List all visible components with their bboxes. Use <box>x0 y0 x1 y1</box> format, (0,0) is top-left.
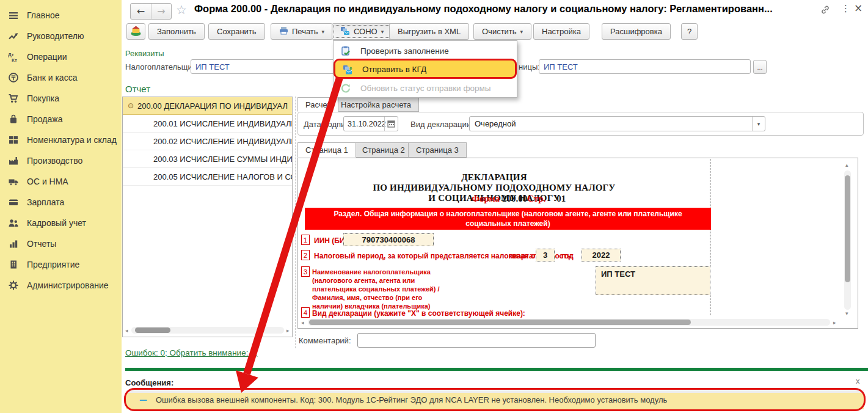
combo-arrow-icon[interactable]: ▾ <box>752 117 765 131</box>
sono-icon <box>340 26 350 37</box>
scroll-up-icon[interactable]: ▴ <box>845 162 848 169</box>
sidebar-item-nomenclature[interactable]: Номенклатура и склад <box>0 130 122 150</box>
requisites-header: Реквизиты <box>125 49 164 58</box>
unit-label: ницы: <box>519 62 540 71</box>
sidebar-item-manager[interactable]: Руководителю <box>0 26 122 46</box>
sidebar-item-sale[interactable]: Продажа <box>0 109 122 130</box>
decl-type-label: Вид декларации: <box>410 120 473 129</box>
doc-quarter-field[interactable]: 3 <box>536 249 555 261</box>
caret-down-icon: ▾ <box>381 29 384 35</box>
sidebar-item-enterprise[interactable]: Предприятие <box>0 254 122 275</box>
tab-calc[interactable]: Расчет <box>297 97 338 112</box>
sidebar-item-main[interactable]: Главное <box>0 5 122 26</box>
favorite-star-icon[interactable]: ☆ <box>176 2 187 17</box>
doc-vscroll-thumb[interactable] <box>845 175 850 282</box>
scroll-left-icon[interactable]: ◂ <box>301 320 304 326</box>
settings-button[interactable]: Настройка <box>533 23 589 40</box>
sidebar-item-purchase[interactable]: Покупка <box>0 88 122 109</box>
doc-r4-label: Вид декларации (укажите "Х" в соответств… <box>312 309 525 318</box>
menu-item-send-kgd[interactable]: Отправить в КГД <box>335 60 516 78</box>
sidebar-item-salary[interactable]: Зарплата <box>0 192 122 213</box>
tree-row-200-03[interactable]: 200.03 ИСЧИСЛЕНИЕ СУММЫ ИНДИ <box>123 150 292 168</box>
close-icon[interactable]: × <box>854 2 863 14</box>
scroll-down-icon[interactable]: ▾ <box>845 310 848 317</box>
tab-page-3[interactable]: Страница 3 <box>408 142 467 158</box>
svg-text:Дт: Дт <box>8 52 14 57</box>
menu-item-check-fill[interactable]: Проверить заполнение <box>334 42 518 60</box>
back-button[interactable]: ← <box>131 4 151 19</box>
tree-row-200-05[interactable]: 200.05 ИСЧИСЛЕНИЕ НАЛОГОВ И СО <box>123 168 292 186</box>
doc-quarter-label: квартал <box>509 252 538 260</box>
people-icon <box>8 217 24 228</box>
print-button[interactable]: Печать▾ <box>271 23 333 40</box>
report-icon-button[interactable] <box>126 23 145 40</box>
tree-row-200-00[interactable]: ⊖ 200.00 ДЕКЛАРАЦИЯ ПО ИНДИВИДУАЛ <box>123 97 292 115</box>
back-arrow-icon: ← <box>137 5 145 17</box>
calendar-icon[interactable] <box>384 117 398 131</box>
sidebar-item-administration[interactable]: Администрирование <box>0 275 122 296</box>
doc-year-field[interactable]: 2022 <box>582 249 621 261</box>
clear-button[interactable]: Очистить▾ <box>473 23 531 40</box>
sign-date-field[interactable]: 31.10.2022 <box>343 116 398 131</box>
doc-hscrollbar[interactable] <box>308 319 830 326</box>
tree-row-200-01[interactable]: 200.01 ИСЧИСЛЕНИЕ ИНДИВИДУАЛЬ <box>123 115 292 133</box>
doc-hscroll-thumb[interactable] <box>309 320 691 325</box>
building-icon <box>8 259 24 270</box>
errors-attention-link[interactable]: Ошибок: 0; Обратить внимание: 3; <box>125 348 257 357</box>
refresh-status-icon <box>341 84 354 93</box>
doc-r2-number: 2 <box>301 250 310 260</box>
bar-chart-icon <box>8 238 24 249</box>
caret-down-icon: ▾ <box>520 29 523 35</box>
help-button[interactable]: ? <box>681 23 698 40</box>
sidebar: Главное Руководителю ДтКт Операции Банк … <box>0 0 122 413</box>
doc-name-field[interactable]: ИП ТЕСТ <box>596 266 710 295</box>
link-icon[interactable] <box>820 5 830 17</box>
scroll-right-icon[interactable]: ▸ <box>833 320 836 326</box>
doc-r3-number: 3 <box>301 266 310 277</box>
tree-hscroll-thumb[interactable] <box>135 327 170 333</box>
comment-input[interactable] <box>357 333 596 348</box>
sidebar-item-hr[interactable]: Кадровый учет <box>0 213 122 233</box>
regulated-report-icon <box>130 25 142 38</box>
tab-page-1[interactable]: Страница 1 <box>297 142 356 158</box>
sidebar-item-operations[interactable]: ДтКт Операции <box>0 46 122 67</box>
menu-item-refresh-status[interactable]: Обновить статус отправки формы <box>334 79 518 97</box>
messages-close-icon[interactable]: x <box>856 376 860 386</box>
sidebar-item-fixed-assets[interactable]: ОС и НМА <box>0 171 122 192</box>
sidebar-item-production[interactable]: Производство <box>0 150 122 171</box>
trend-chart-icon <box>8 31 24 42</box>
forward-button[interactable]: → <box>151 4 171 19</box>
printer-icon <box>279 26 288 37</box>
decrypt-button[interactable]: Расшифровка <box>602 23 671 40</box>
sono-button[interactable]: СОНО▾ <box>332 23 392 40</box>
tab-page-2[interactable]: Страница 2 <box>354 142 413 158</box>
unit-picker-button[interactable]: ... <box>753 60 767 74</box>
save-button[interactable]: Сохранить <box>208 23 265 40</box>
comment-label: Комментарий: <box>299 336 351 345</box>
cart-icon <box>8 93 24 104</box>
tab-calc-settings[interactable]: Настройка расчета <box>333 97 419 112</box>
more-menu-icon[interactable]: ⋮ <box>841 3 850 14</box>
doc-vscrollbar[interactable] <box>844 170 851 310</box>
sidebar-item-reports[interactable]: Отчеты <box>0 233 122 254</box>
export-xml-button[interactable]: Выгрузить в XML <box>389 23 469 40</box>
factory-icon <box>8 155 24 166</box>
doc-r4-number: 4 <box>301 307 310 318</box>
sidebar-item-bank-cash[interactable]: Банк и касса <box>0 67 122 88</box>
truck-icon <box>8 176 24 187</box>
decl-type-combo[interactable]: Очередной ▾ <box>469 116 765 131</box>
report-header: Отчет <box>125 84 150 94</box>
tree-hscrollbar[interactable] <box>131 327 284 334</box>
tree-row-200-02[interactable]: 200.02 ИСЧИСЛЕНИЕ ИНДИВИДУАЛЬ <box>123 133 292 150</box>
collapse-icon[interactable]: ⊖ <box>128 101 134 110</box>
panel-splitter[interactable] <box>295 97 296 348</box>
error-message-row[interactable]: — Ошибка вызова внешней компоненты. Код:… <box>126 390 864 409</box>
scroll-left-icon[interactable]: ◂ <box>125 327 128 334</box>
unit-field[interactable]: ИП ТЕСТ <box>539 59 751 74</box>
nav-history-group: ← → <box>130 3 172 20</box>
doc-title-line1: ДЕКЛАРАЦИЯ <box>323 172 665 183</box>
fill-button[interactable]: Заполнить <box>148 23 205 40</box>
messages-divider <box>125 368 868 371</box>
scroll-right-icon[interactable]: ▸ <box>286 327 290 334</box>
doc-iin-field[interactable]: 790730400068 <box>343 233 434 246</box>
